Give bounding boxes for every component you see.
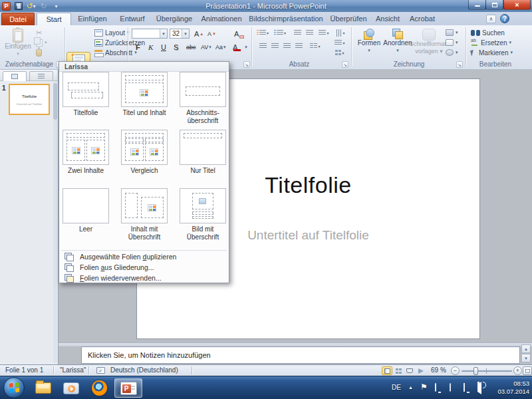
- slideshow-button[interactable]: [416, 366, 426, 375]
- drawing-dialog-launcher[interactable]: ↘: [456, 61, 463, 68]
- zoom-slider-thumb[interactable]: [473, 367, 478, 375]
- shapes-button[interactable]: Formen ▾: [356, 27, 382, 60]
- grow-font-button[interactable]: A▲: [193, 28, 205, 39]
- layout-bild-mit-ueberschrift[interactable]: Bild mit Überschrift: [180, 188, 226, 223]
- undo-dropdown-icon[interactable]: ▾: [33, 3, 36, 9]
- quick-styles-button[interactable]: Schnellformat- vorlagen ▾: [412, 27, 446, 63]
- format-painter-button[interactable]: [35, 48, 43, 57]
- notes-scroll-up-button[interactable]: ▲: [521, 344, 531, 353]
- columns-button[interactable]: ▾: [307, 41, 323, 51]
- spellcheck-indicator[interactable]: ✓: [96, 367, 105, 374]
- underline-button[interactable]: U: [160, 41, 168, 52]
- tray-display-icon[interactable]: [435, 384, 436, 391]
- theme-name[interactable]: "Larissa": [60, 365, 86, 376]
- redo-button[interactable]: ↻: [39, 1, 49, 11]
- layout-nur-titel[interactable]: Nur Titel: [180, 130, 226, 165]
- layout-inhalt-mit-ueberschrift[interactable]: Inhalt mit Überschrift: [121, 188, 168, 223]
- menu-reuse-slides[interactable]: Folien wiederverwenden...: [60, 273, 228, 283]
- layout-vergleich[interactable]: Vergleich: [121, 130, 168, 165]
- bullets-button[interactable]: ▾: [257, 28, 269, 37]
- convert-smartart-button[interactable]: ▾: [331, 48, 348, 57]
- start-button[interactable]: [3, 377, 25, 398]
- tab-datei[interactable]: Datei: [1, 13, 35, 25]
- reading-view-button[interactable]: [404, 366, 415, 375]
- arrange-button[interactable]: Anordnen ▾: [383, 27, 412, 60]
- text-shadow-button[interactable]: S: [172, 41, 180, 52]
- tab-gliederung[interactable]: [29, 71, 53, 81]
- taskbar-mediaplayer-button[interactable]: [59, 378, 84, 398]
- notes-pane[interactable]: Klicken Sie, um Notizen hinzuzufügen: [81, 346, 520, 364]
- justify-button[interactable]: [293, 41, 305, 51]
- paste-button[interactable]: Einfügen ▾: [4, 27, 32, 60]
- action-center-flag-icon[interactable]: ⚑: [420, 382, 428, 392]
- numbering-button[interactable]: ▾: [274, 28, 286, 37]
- zoom-in-button[interactable]: +: [513, 366, 522, 375]
- line-spacing-button[interactable]: ▾: [317, 28, 331, 37]
- minimize-button[interactable]: [468, 0, 486, 10]
- clear-formatting-button[interactable]: A: [233, 28, 245, 39]
- minimize-ribbon-button[interactable]: ∧: [486, 15, 496, 23]
- zoom-slider-track[interactable]: [462, 370, 512, 372]
- cut-button[interactable]: ✂: [35, 28, 43, 37]
- notes-scroll-down-button[interactable]: ▼: [521, 354, 531, 362]
- align-text-button[interactable]: ▾: [331, 38, 348, 47]
- tray-expand-button[interactable]: ▲: [408, 385, 413, 390]
- tab-acrobat[interactable]: Acrobat: [404, 13, 440, 25]
- close-button[interactable]: ×: [503, 0, 531, 10]
- taskbar-explorer-button[interactable]: [31, 378, 56, 398]
- tab-entwurf[interactable]: Entwurf: [113, 13, 152, 25]
- increase-indent-button[interactable]: [303, 28, 315, 37]
- tab-ueberpruefen[interactable]: Überprüfen: [326, 13, 371, 25]
- taskbar-firefox-button[interactable]: [86, 378, 112, 398]
- replace-button[interactable]: Ersetzen▾: [469, 38, 513, 47]
- zoom-level[interactable]: 69 %: [431, 365, 446, 376]
- find-button[interactable]: Suchen: [469, 28, 506, 37]
- powerpoint-app-icon[interactable]: P: [2, 2, 11, 11]
- paragraph-dialog-launcher[interactable]: ↘: [342, 61, 348, 68]
- italic-button[interactable]: K: [147, 41, 154, 52]
- maximize-button[interactable]: [485, 0, 503, 10]
- save-button[interactable]: [13, 1, 23, 11]
- taskbar-clock[interactable]: 08:53 03.07.2014: [497, 380, 529, 396]
- tab-uebergaenge[interactable]: Übergänge: [152, 13, 197, 25]
- fit-to-window-button[interactable]: [523, 366, 532, 375]
- layout-titel-und-inhalt[interactable]: Titel und Inhalt: [121, 72, 168, 107]
- strikethrough-button[interactable]: abc: [185, 41, 198, 52]
- font-name-combo[interactable]: ▾: [132, 29, 168, 39]
- tab-einfuegen[interactable]: Einfügen: [72, 13, 113, 25]
- tray-app-icon[interactable]: [450, 384, 451, 391]
- tab-folien[interactable]: [3, 71, 27, 81]
- font-size-combo[interactable]: 32▾: [170, 29, 190, 39]
- tab-start[interactable]: Start: [37, 13, 71, 25]
- copy-button[interactable]: ▾: [35, 38, 49, 47]
- text-direction-button[interactable]: ▾: [331, 28, 348, 37]
- shape-outline-button[interactable]: ▾: [444, 38, 460, 47]
- tray-volume-icon[interactable]: [477, 384, 481, 392]
- font-color-button[interactable]: A▾: [231, 41, 249, 52]
- customize-qat-button[interactable]: ▾: [51, 1, 61, 11]
- tray-network-icon[interactable]: [464, 384, 465, 391]
- font-size-dropdown-icon[interactable]: ▾: [182, 29, 189, 38]
- decrease-indent-button[interactable]: [291, 28, 303, 37]
- tray-language[interactable]: DE: [392, 384, 401, 391]
- layout-zwei-inhalte[interactable]: Zwei Inhalte: [63, 130, 109, 165]
- menu-duplicate-slides[interactable]: Ausgewählte Folien duplizieren: [60, 251, 228, 262]
- font-dialog-launcher[interactable]: ↘: [243, 61, 250, 68]
- menu-slides-from-outline[interactable]: Folien aus Gliederung...: [60, 262, 228, 273]
- normal-view-button[interactable]: [382, 366, 392, 375]
- section-button[interactable]: Abschnitt▾: [93, 48, 138, 57]
- character-spacing-button[interactable]: AV▾: [200, 41, 213, 52]
- change-case-button[interactable]: Aa▾: [214, 41, 227, 52]
- tab-animationen[interactable]: Animationen: [197, 13, 246, 25]
- layout-leer[interactable]: Leer: [63, 188, 109, 223]
- help-button[interactable]: ?: [500, 14, 509, 23]
- panel-scrollbar[interactable]: [53, 82, 57, 363]
- align-right-button[interactable]: [281, 41, 293, 51]
- shape-effects-button[interactable]: ▾: [444, 48, 460, 57]
- select-button[interactable]: Markieren▾: [469, 48, 514, 57]
- language-indicator[interactable]: Deutsch (Deutschland): [110, 365, 178, 376]
- bold-button[interactable]: F: [134, 41, 142, 52]
- tab-ansicht[interactable]: Ansicht: [371, 13, 404, 25]
- taskbar-powerpoint-button[interactable]: [114, 378, 142, 398]
- shrink-font-button[interactable]: A▼: [206, 28, 217, 39]
